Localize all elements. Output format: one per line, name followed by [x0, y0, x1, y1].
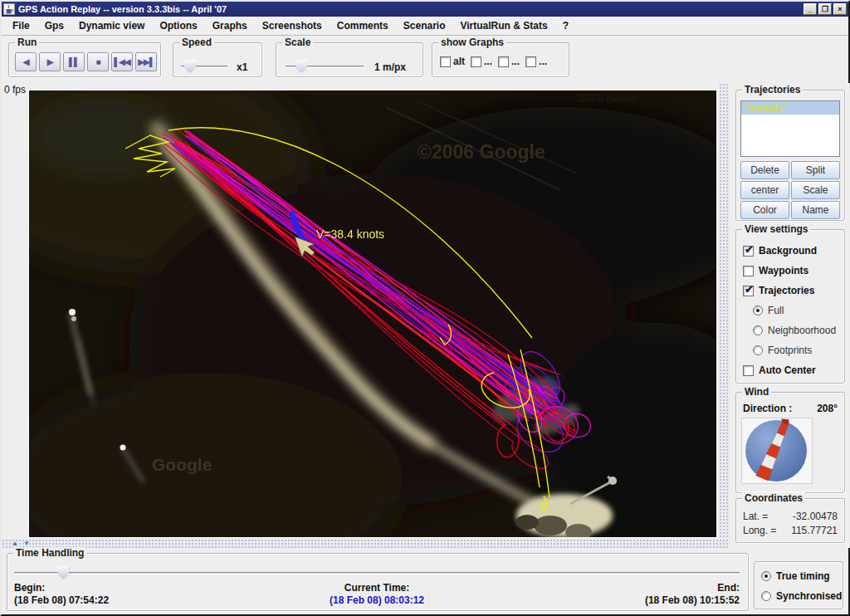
graph-2-checkbox[interactable]: ✔ [471, 56, 481, 67]
map-canvas[interactable]: ©2006 Google Google [29, 90, 716, 537]
bottom-bar: Time Handling Begin: (18 Feb 08) 07:54:2… [3, 548, 847, 614]
wind-direction-value: 208° [817, 403, 838, 414]
toolbar: Run ◀ ▶ ▌▌ ■ ▌◀◀ ▶▶▌ Speed x1 Scale [2, 36, 848, 83]
menu-graphs[interactable]: Graphs [205, 17, 255, 34]
minimize-button[interactable]: _ [804, 3, 817, 15]
wind-panel: Wind Direction : 208° [735, 392, 845, 493]
background-label: Background [759, 245, 817, 257]
google-watermark-center: ©2006 Google [418, 141, 545, 163]
menu-file[interactable]: File [5, 17, 37, 34]
stop-button[interactable]: ■ [87, 52, 109, 71]
menu-virtualrun-stats[interactable]: VirtualRun & Stats [452, 17, 554, 34]
synchronised-radio[interactable] [761, 591, 771, 601]
split-button[interactable]: Split [791, 161, 840, 179]
time-handling-panel: Time Handling Begin: (18 Feb 08) 07:54:2… [7, 553, 749, 611]
time-slider-thumb[interactable] [57, 566, 69, 579]
graph-4-label: ... [539, 56, 547, 67]
right-sidebar: Trajectories "mslade" Delete Split cente… [730, 83, 850, 548]
speed-slider-thumb[interactable] [184, 60, 196, 73]
menu-bar: File Gps Dynamic view Options Graphs Scr… [2, 17, 848, 36]
menu-comments[interactable]: Comments [330, 17, 396, 34]
footprints-radio[interactable] [753, 345, 763, 355]
background-checkbox[interactable]: ✔ [743, 246, 754, 257]
trajectory-list-item[interactable]: "mslade" [741, 101, 839, 115]
time-labels: Begin: (18 Feb 08) 07:54:22 Current Time… [14, 582, 740, 609]
latitude-label: Lat. = [743, 511, 768, 522]
vertical-split-divider[interactable] [719, 83, 730, 539]
center-button[interactable]: center [740, 181, 789, 199]
time-handling-title: Time Handling [13, 547, 86, 559]
menu-options[interactable]: Options [152, 17, 204, 34]
horizontal-split-divider[interactable]: ▲ ▼ [2, 539, 730, 548]
delete-button[interactable]: Delete [740, 161, 789, 179]
trajectory-list[interactable]: "mslade" [740, 100, 840, 157]
java-app-icon [3, 3, 15, 15]
scale-group: Scale 1 m/px [276, 42, 423, 77]
map-viewport[interactable]: ©2006 Google Google [28, 90, 717, 538]
close-button[interactable]: × [833, 3, 847, 15]
graph-3-checkbox[interactable]: ✔ [498, 56, 509, 67]
scale-value: 1 m/px [374, 61, 406, 73]
color-button[interactable]: Color [740, 201, 789, 219]
footprints-label: Footprints [768, 345, 812, 356]
time-slider[interactable] [14, 565, 740, 580]
wind-panel-title: Wind [742, 386, 771, 398]
wind-direction-label: Direction : [743, 403, 792, 414]
windsock-icon [742, 418, 812, 483]
name-button[interactable]: Name [791, 201, 840, 219]
auto-center-label: Auto Center [759, 364, 816, 376]
view-settings-panel: View settings ✔Background ✔Waypoints ✔Tr… [735, 229, 845, 384]
fps-label: 0 fps [4, 84, 26, 95]
waypoints-label: Waypoints [759, 265, 808, 276]
auto-center-checkbox[interactable]: ✔ [743, 365, 754, 376]
true-timing-radio[interactable] [761, 571, 771, 581]
neighboorhood-label: Neighboorhood [768, 325, 836, 336]
menu-scenario[interactable]: Scenario [396, 17, 453, 34]
synchronised-label: Synchronised [776, 590, 842, 602]
graph-alt-checkbox[interactable]: ✔ [440, 56, 451, 67]
begin-label: Begin: [14, 582, 109, 594]
run-group: Run ◀ ▶ ▌▌ ■ ▌◀◀ ▶▶▌ [8, 42, 161, 77]
menu-gps[interactable]: Gps [37, 17, 71, 34]
longitude-label: Long. = [743, 525, 776, 536]
show-graphs-group: show Graphs ✔alt ✔... ✔... ✔... [432, 42, 569, 77]
fast-forward-button[interactable]: ▶▶▌ [135, 52, 157, 71]
play-button[interactable]: ▶ [39, 52, 61, 71]
menu-help[interactable]: ? [555, 17, 576, 34]
restore-button[interactable]: ❐ [818, 3, 832, 15]
true-timing-label: True timing [776, 570, 830, 582]
graph-3-label: ... [511, 56, 520, 67]
neighboorhood-radio[interactable] [753, 325, 763, 335]
map-scale-label: 245.9 meters [579, 93, 637, 105]
google-watermark-left: Google [152, 455, 212, 474]
pause-button[interactable]: ▌▌ [63, 52, 85, 71]
menu-screenshots[interactable]: Screenshots [255, 17, 330, 34]
waypoints-checkbox[interactable]: ✔ [743, 266, 754, 276]
end-value: (18 Feb 08) 10:15:52 [645, 594, 740, 607]
end-label: End: [645, 582, 740, 594]
scale-button[interactable]: Scale [791, 181, 840, 199]
rewind-button[interactable]: ▌◀◀ [111, 52, 133, 71]
show-graphs-title: show Graphs [438, 37, 506, 48]
current-time-label: Current Time: [330, 582, 424, 594]
menu-dynamic-view[interactable]: Dynamic view [71, 17, 152, 34]
speed-slider[interactable] [181, 59, 227, 74]
trajectories-panel: Trajectories "mslade" Delete Split cente… [735, 90, 845, 221]
title-bar[interactable]: GPS Action Replay -- version 3.3.3bis --… [2, 2, 848, 17]
windsock-image [741, 418, 813, 484]
time-slider-track[interactable] [14, 572, 740, 574]
step-back-button[interactable]: ◀ [15, 52, 37, 71]
scale-slider-thumb[interactable] [296, 60, 307, 73]
coordinates-panel-title: Coordinates [742, 492, 805, 504]
scale-slider[interactable] [286, 59, 364, 74]
speed-annotation: V=38.4 knots [316, 227, 384, 241]
timing-mode-panel: True timing Synchronised [754, 561, 843, 609]
full-radio[interactable] [753, 306, 763, 315]
coordinates-panel: Coordinates Lat. = -32.00478 Long. = 115… [735, 498, 845, 543]
java-cup-icon [4, 4, 14, 14]
graph-2-label: ... [484, 56, 492, 67]
graph-4-checkbox[interactable]: ✔ [525, 56, 536, 67]
full-label: Full [768, 305, 784, 316]
trajectories-checkbox[interactable]: ✔ [743, 286, 754, 296]
longitude-value: 115.77721 [791, 525, 838, 536]
